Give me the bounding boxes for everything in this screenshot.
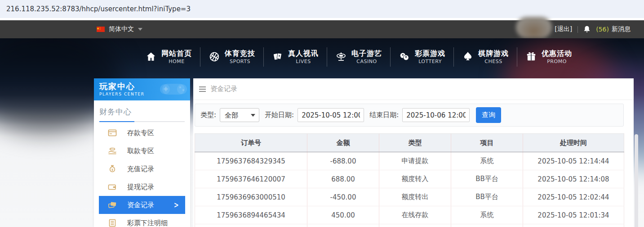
nav-subtitle: HOME [161, 58, 192, 65]
language-selector[interactable]: 简体中文 [97, 25, 142, 33]
table-header-row: 订单号 金额 类型 项目 处理时间 [195, 134, 624, 152]
nav-item-casino[interactable]: 电子游艺 CASINO [327, 47, 390, 67]
sidebar-item-withdraw-record[interactable]: 提现记录> [99, 178, 185, 196]
sidebar-menu: 存款专区> 取款专区> 充值记录> 提现记录> [94, 124, 190, 227]
players-center-header: 玩家中心 PLAYERS CENTER [94, 78, 190, 100]
cell-project: BB平台 [451, 170, 523, 188]
cell-time: 2025-10-05 12:01:34 [523, 206, 624, 224]
nav-subtitle: SPORTS [225, 58, 255, 65]
cell-type: 在线存款 [379, 206, 451, 224]
nav-title: 网站首页 [161, 49, 192, 58]
nav-subtitle: CASINO [351, 58, 382, 65]
nav-title: 彩票游戏 [415, 49, 445, 58]
fund-records-table: 订单号 金额 类型 项目 处理时间 1759637684329345 -688.… [195, 133, 624, 227]
cell-type: 额度转入 [379, 170, 451, 188]
end-date-label: 结束日期: [369, 111, 399, 119]
nav-title: 电子游艺 [351, 49, 382, 58]
cell-order-no: 1759636963000510 [195, 188, 307, 206]
sidebar-item-label: 资金记录 [127, 201, 154, 209]
nav-item-lives[interactable]: 真人视讯 LIVES [263, 47, 327, 67]
logout-button[interactable]: [退出] [555, 25, 572, 33]
cards-icon [272, 51, 284, 63]
search-button[interactable]: 查询 [476, 107, 501, 123]
table-row-partial [195, 224, 624, 227]
section-underline [99, 121, 185, 122]
page-title-bar: 资金记录 [193, 78, 634, 100]
table-row: 1759636894465434 450.00 在线存款 系统 2025-10-… [195, 206, 624, 224]
sidebar-item-deposit[interactable]: 存款专区> [99, 124, 185, 142]
top-right-group: [退出] (56) 新消息 [544, 25, 631, 33]
cell-amount: 450.00 [307, 206, 379, 224]
col-project: 项目 [451, 134, 523, 152]
end-date-input[interactable] [402, 108, 470, 122]
home-icon [145, 51, 157, 63]
type-label: 类型: [200, 111, 216, 119]
col-amount: 金额 [307, 134, 379, 152]
nav-item-sports[interactable]: 体育竞技 SPORTS [200, 47, 263, 67]
content-panel: 资金记录 类型: 全部 开始日期: 结束日期: 查询 订单号 金额 类型 项目 … [193, 78, 634, 227]
nav-subtitle: PROMO [542, 58, 572, 65]
sidebar-item-label: 充值记录 [127, 165, 154, 173]
china-flag-icon [97, 27, 105, 32]
deposit-card-icon [108, 129, 117, 137]
gift-icon [525, 51, 537, 63]
cell-type: 申请提款 [379, 152, 451, 170]
nav-item-home[interactable]: 网站首页 HOME [137, 47, 200, 67]
col-type: 类型 [379, 134, 451, 152]
message-count-badge: (56) [596, 26, 609, 33]
scrollbar[interactable] [635, 134, 638, 227]
nav-item-promo[interactable]: 优惠活动 PROMO [517, 47, 580, 67]
cell-project: 系统 [451, 152, 523, 170]
sidebar-item-lottery-detail[interactable]: 彩票下注明细> [99, 214, 185, 227]
filter-bar: 类型: 全部 开始日期: 结束日期: 查询 [195, 104, 624, 127]
money-bag-icon [108, 165, 117, 173]
document-icon [108, 219, 117, 227]
cell-time: 2025-10-05 12:14:08 [523, 170, 624, 188]
divider [577, 26, 578, 33]
bell-icon[interactable] [583, 26, 591, 33]
language-label: 简体中文 [109, 25, 134, 33]
start-date-label: 开始日期: [265, 111, 294, 119]
sidebar: 玩家中心 PLAYERS CENTER 财务中心 存款专区> [94, 78, 190, 227]
roulette-icon [335, 51, 347, 63]
gamepad-icon [159, 80, 188, 99]
sidebar-item-label: 提现记录 [127, 183, 154, 191]
cell-project: BB平台 [451, 188, 523, 206]
menu-icon [199, 86, 206, 92]
nav-subtitle: LOTTERY [415, 58, 445, 65]
chevron-right-icon: > [174, 200, 179, 209]
table-row: 1759637646120007 688.00 额度转入 BB平台 2025-1… [195, 170, 624, 188]
top-bar: 简体中文 [退出] (56) 新消息 [0, 20, 644, 38]
lottery-balls-icon [399, 51, 410, 63]
col-time: 处理时间 [523, 134, 624, 152]
sidebar-item-label: 取款专区 [127, 147, 154, 155]
nav-item-lottery[interactable]: 彩票游戏 LOTTERY [390, 47, 453, 67]
cell-amount: -450.00 [307, 188, 379, 206]
nav-item-chess[interactable]: 棋牌游戏 CHESS [453, 47, 517, 67]
type-select[interactable]: 全部 [220, 108, 259, 122]
sidebar-item-withdraw[interactable]: 取款专区> [99, 142, 185, 160]
col-order-no: 订单号 [195, 134, 307, 152]
start-date-input[interactable] [298, 108, 364, 122]
browser-address-bar[interactable]: 216.118.235.52:8783/hhcp/usercenter.html… [0, 0, 644, 18]
chevron-down-icon [138, 28, 142, 31]
sidebar-item-fund-record[interactable]: 资金记录> [99, 196, 185, 214]
table-row: 1759636963000510 -450.00 额度转出 BB平台 2025-… [195, 188, 624, 206]
cell-amount: -688.00 [307, 152, 379, 170]
cell-order-no: 1759637646120007 [195, 170, 307, 188]
nav-title: 体育竞技 [225, 49, 255, 58]
nav-title: 棋牌游戏 [478, 49, 509, 58]
new-messages-link[interactable]: 新消息 [612, 25, 631, 33]
table-row: 1759637684329345 -688.00 申请提款 系统 2025-10… [195, 152, 624, 170]
sidebar-item-label: 彩票下注明细 [127, 219, 168, 227]
sidebar-item-recharge-record[interactable]: 充值记录> [99, 160, 185, 178]
cell-order-no: 1759636894465434 [195, 206, 307, 224]
spade-icon [462, 51, 474, 63]
cell-time: 2025-10-05 12:02:44 [523, 188, 624, 206]
cell-amount: 688.00 [307, 170, 379, 188]
sidebar-item-label: 存款专区 [127, 129, 154, 137]
username-blurred [516, 17, 552, 38]
page-title: 资金记录 [210, 85, 237, 93]
nav-title: 真人视讯 [288, 49, 319, 58]
finance-section: 财务中心 [94, 100, 190, 124]
